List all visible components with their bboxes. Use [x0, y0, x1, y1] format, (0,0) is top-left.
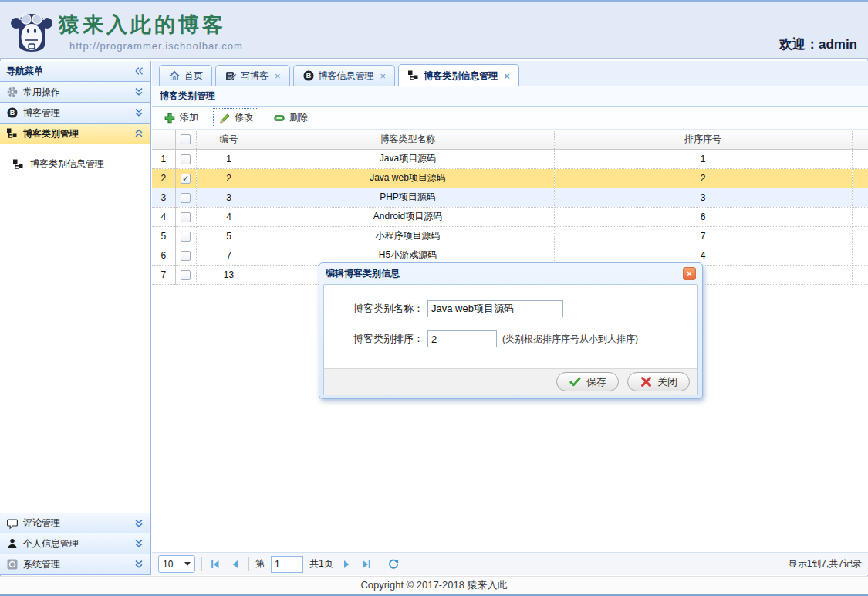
dialog-close-icon[interactable]: × [683, 267, 696, 280]
tab-写博客[interactable]: 写博客× [215, 65, 290, 86]
row-checkbox[interactable] [181, 212, 191, 222]
sidebar-title-bar: 导航菜单 [0, 61, 150, 82]
关闭-button[interactable]: 关闭 [627, 372, 690, 391]
system-icon [6, 558, 19, 571]
remove-icon [273, 112, 285, 124]
sidebar-group-博客类别管理[interactable]: 博客类别管理 [0, 124, 150, 144]
row-checkbox-cell[interactable] [175, 207, 196, 226]
page-number-input[interactable] [271, 556, 303, 573]
last-page-icon[interactable] [360, 557, 373, 571]
page-size-select[interactable]: 10 [158, 555, 195, 573]
table-row[interactable]: 33PHP项目源码3 [152, 188, 868, 207]
row-checkbox[interactable] [181, 270, 191, 280]
row-filler-cell [852, 188, 868, 207]
records-info-label: 显示1到7,共7记录 [789, 557, 862, 571]
header-col-name: 博客类型名称 [262, 130, 554, 149]
row-filler-cell [852, 168, 868, 188]
header-select-all[interactable] [175, 130, 196, 149]
删除-button[interactable]: 删除 [269, 109, 312, 127]
prev-page-icon[interactable] [228, 557, 242, 571]
chevron-double-up-icon[interactable] [133, 128, 144, 139]
row-checkbox-cell[interactable]: ✓ [175, 168, 196, 188]
sidebar-group-个人信息管理[interactable]: 个人信息管理 [0, 533, 150, 554]
row-checkbox-cell[interactable] [175, 265, 196, 284]
table-row[interactable]: 44Android项目源码6 [152, 207, 868, 226]
toolbar-button-label: 删除 [289, 111, 308, 124]
select-all-checkbox[interactable] [181, 134, 191, 144]
tab-首页[interactable]: 首页 [159, 65, 212, 86]
next-page-icon[interactable] [339, 557, 353, 571]
row-number-cell: 6 [152, 246, 175, 265]
category-name-label: 博客类别名称： [353, 302, 427, 316]
sidebar-groups-bottom: 评论管理个人信息管理系统管理 [0, 513, 150, 575]
row-checkbox[interactable] [181, 193, 191, 203]
table-row[interactable]: 2✓2Java web项目源码2 [152, 168, 868, 188]
添加-button[interactable]: 添加 [159, 109, 203, 127]
row-filler-cell [852, 226, 868, 246]
sidebar-group-常用操作[interactable]: 常用操作 [0, 82, 150, 103]
tree-icon [6, 127, 19, 140]
header-col-order: 排序序号 [554, 130, 852, 149]
chevron-double-down-icon[interactable] [133, 518, 144, 529]
dialog-title-bar[interactable]: 编辑博客类别信息 × [323, 263, 698, 284]
dialog-button-label: 保存 [586, 375, 606, 389]
tab-博客类别信息管理[interactable]: 博客类别信息管理× [398, 64, 519, 86]
tab-close-icon[interactable]: × [380, 71, 387, 81]
row-checkbox[interactable]: ✓ [181, 174, 191, 184]
sidebar-item-博客类别信息管理[interactable]: 博客类别信息管理 [0, 152, 150, 176]
row-checkbox[interactable] [181, 154, 191, 164]
row-name-cell: PHP项目源码 [262, 188, 554, 207]
sidebar-group-label: 评论管理 [23, 516, 60, 530]
row-order-cell: 6 [554, 207, 852, 226]
修改-button[interactable]: 修改 [214, 109, 258, 127]
row-filler-cell [852, 149, 868, 168]
sidebar-item-label: 博客类别信息管理 [30, 157, 104, 171]
home-icon [168, 69, 181, 82]
add-icon [164, 112, 176, 124]
row-order-cell: 1 [554, 149, 852, 168]
chevron-double-down-icon[interactable] [133, 538, 144, 549]
sidebar-group-博客管理[interactable]: B博客管理 [0, 103, 150, 124]
dialog-title-label: 编辑博客类别信息 [326, 267, 400, 280]
sidebar: 导航菜单 常用操作B博客管理博客类别管理博客类别信息管理 评论管理个人信息管理系… [0, 61, 151, 575]
table-row[interactable]: 11Java项目源码1 [152, 149, 868, 168]
svg-text:B: B [306, 72, 311, 80]
sidebar-spacer [0, 176, 150, 513]
refresh-icon[interactable] [387, 557, 400, 571]
tab-博客信息管理[interactable]: B博客信息管理× [293, 65, 396, 86]
datagrid-toolbar: 添加修改删除 [152, 107, 868, 130]
collapse-left-icon[interactable] [133, 66, 144, 76]
chevron-double-down-icon[interactable] [133, 86, 144, 97]
first-page-icon[interactable] [208, 557, 222, 571]
header-filler [852, 130, 868, 149]
row-id-cell: 2 [196, 168, 262, 188]
row-checkbox-cell[interactable] [175, 149, 196, 168]
sidebar-group-评论管理[interactable]: 评论管理 [0, 513, 150, 533]
sidebar-collapse-icon[interactable] [133, 66, 144, 76]
dialog-button-label: 关闭 [657, 375, 677, 389]
row-name-cell: Android项目源码 [262, 207, 554, 226]
tab-close-icon[interactable]: × [275, 71, 281, 81]
table-row[interactable]: 55小程序项目源码7 [152, 226, 868, 246]
sidebar-group-系统管理[interactable]: 系统管理 [0, 554, 150, 575]
row-checkbox[interactable] [181, 232, 191, 242]
row-checkbox-cell[interactable] [175, 226, 196, 246]
top-header: 猿来入此的博客 http://programmer.ischoolbar.com… [0, 0, 868, 59]
gear-icon [6, 86, 19, 98]
sidebar-groups-top: 常用操作B博客管理博客类别管理博客类别信息管理 [0, 82, 150, 176]
header-rownum [152, 130, 175, 149]
row-checkbox[interactable] [181, 251, 191, 261]
row-checkbox-cell[interactable] [175, 246, 196, 265]
dialog-body: 博客类别名称： 博客类别排序： (类别根据排序序号从小到大排序) [324, 285, 697, 368]
chevron-double-down-icon[interactable] [133, 107, 144, 118]
category-name-input[interactable] [427, 300, 563, 317]
保存-button[interactable]: 保存 [556, 372, 619, 391]
welcome-user-label: 欢迎：admin [779, 36, 857, 53]
tab-close-icon[interactable]: × [504, 71, 510, 81]
dropdown-caret-icon [184, 562, 191, 566]
pager-separator [380, 557, 380, 571]
row-checkbox-cell[interactable] [175, 188, 196, 207]
chevron-double-down-icon[interactable] [133, 559, 144, 570]
row-id-cell: 1 [196, 149, 262, 168]
category-order-input[interactable] [427, 330, 497, 347]
